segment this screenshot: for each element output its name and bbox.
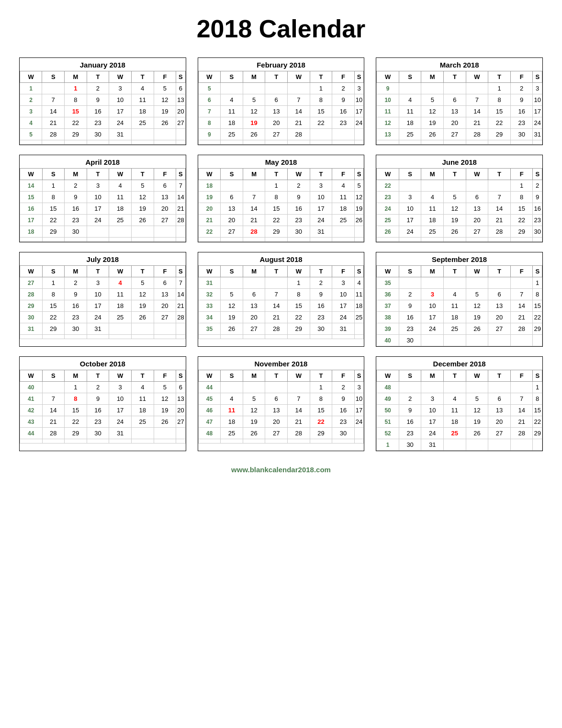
week-number: 10: [377, 94, 399, 106]
calendar-day: [332, 226, 355, 238]
calendar-day: 5: [131, 180, 154, 192]
calendar-day: 20: [488, 312, 511, 323]
calendar-day: 28: [42, 428, 65, 439]
week-number: 9: [377, 83, 399, 94]
calendar-day: 17: [87, 203, 109, 215]
calendar-day: 11: [221, 106, 243, 117]
calendar-day: 23: [399, 323, 421, 335]
calendar-day: 6: [243, 289, 265, 300]
calendar-day: 10: [533, 94, 542, 106]
calendar-day: 6: [265, 94, 288, 106]
week-number: 7: [198, 106, 220, 117]
calendar-day: 15: [533, 405, 542, 416]
col-header: T: [444, 370, 466, 382]
col-header: W: [198, 169, 221, 180]
week-number: 48: [377, 382, 399, 393]
week-number: [198, 238, 221, 242]
week-number: 1: [20, 83, 42, 94]
calendar-day: 5: [131, 277, 154, 289]
week-number: 2: [20, 94, 42, 106]
calendar-day: 3: [354, 83, 364, 94]
calendar-day: [466, 277, 488, 289]
calendar-day: 19: [354, 203, 364, 215]
calendar-day: 27: [176, 416, 186, 428]
calendar-day: 25: [109, 215, 132, 226]
calendar-day: [488, 180, 511, 192]
calendar-day: 7: [42, 393, 65, 405]
calendar-day: 18: [444, 312, 466, 323]
calendar-day: [444, 335, 466, 346]
calendar-day: 28: [176, 215, 186, 226]
month-title: November 2018: [198, 357, 364, 370]
calendar-day: [265, 140, 288, 145]
week-number: 5: [198, 83, 220, 94]
calendar-day: [466, 83, 488, 94]
calendar-day: [265, 277, 288, 289]
calendar-day: 13: [243, 300, 265, 312]
calendar-day: [176, 323, 186, 335]
calendar-day: 10: [87, 192, 109, 203]
calendar-day: 16: [332, 405, 355, 416]
calendar-day: [488, 277, 511, 289]
calendar-day: 21: [510, 416, 533, 428]
calendar-day: 7: [287, 94, 310, 106]
col-header: M: [243, 370, 265, 382]
col-header: W: [287, 169, 310, 180]
calendar-day: [310, 140, 332, 145]
calendar-day: 11: [444, 405, 466, 416]
col-header: F: [510, 71, 533, 83]
calendar-day: [421, 335, 444, 346]
calendar-day: [109, 238, 132, 242]
calendar-day: 6: [154, 277, 176, 289]
week-number: 49: [377, 393, 399, 405]
calendar-day: [510, 140, 533, 145]
calendar-day: 6: [466, 192, 488, 203]
week-number: 22: [377, 180, 399, 192]
calendar-day: 29: [65, 428, 87, 439]
calendar-day: 17: [354, 106, 364, 117]
calendar-day: 21: [488, 215, 511, 226]
week-number: 12: [377, 117, 399, 129]
col-header: F: [332, 71, 355, 83]
calendar-day: 8: [533, 393, 542, 405]
calendar-day: 26: [466, 323, 488, 335]
calendar-day: 30: [399, 335, 421, 346]
calendar-day: 3: [421, 289, 444, 300]
calendar-day: 7: [176, 180, 186, 192]
month-block: June 2018WSMTWTFS22122334567892410111213…: [376, 155, 543, 242]
col-header: T: [488, 370, 511, 382]
calendar-day: [109, 439, 132, 444]
calendar-day: 25: [444, 428, 466, 439]
col-header: W: [377, 370, 399, 382]
calendar-day: [444, 83, 466, 94]
calendar-day: [42, 238, 65, 242]
calendar-day: 4: [332, 180, 355, 192]
week-number: 1: [377, 439, 399, 451]
calendar-day: 7: [287, 393, 310, 405]
month-title: February 2018: [198, 58, 364, 71]
week-number: 18: [198, 180, 221, 192]
calendar-day: [533, 238, 542, 242]
col-header: S: [221, 266, 243, 277]
calendar-day: [399, 238, 421, 242]
calendar-day: 4: [444, 393, 466, 405]
calendar-day: 18: [444, 416, 466, 428]
month-block: October 2018WSMTWTFS40123456417891011121…: [19, 356, 186, 451]
calendar-day: 29: [310, 428, 332, 439]
calendar-day: 3: [87, 180, 109, 192]
calendar-day: 5: [154, 382, 176, 393]
month-title: January 2018: [20, 58, 186, 71]
calendar-day: 13: [176, 393, 186, 405]
calendar-day: 26: [131, 312, 154, 323]
week-number: 32: [198, 289, 221, 300]
calendar-day: 30: [87, 129, 109, 140]
calendar-day: 27: [221, 226, 243, 238]
calendar-day: [221, 382, 243, 393]
col-header: T: [87, 169, 109, 180]
calendar-day: 2: [87, 382, 109, 393]
col-header: S: [399, 266, 421, 277]
col-header: F: [154, 266, 176, 277]
col-header: M: [65, 71, 87, 83]
calendar-day: 18: [354, 300, 364, 312]
week-number: 36: [377, 289, 399, 300]
